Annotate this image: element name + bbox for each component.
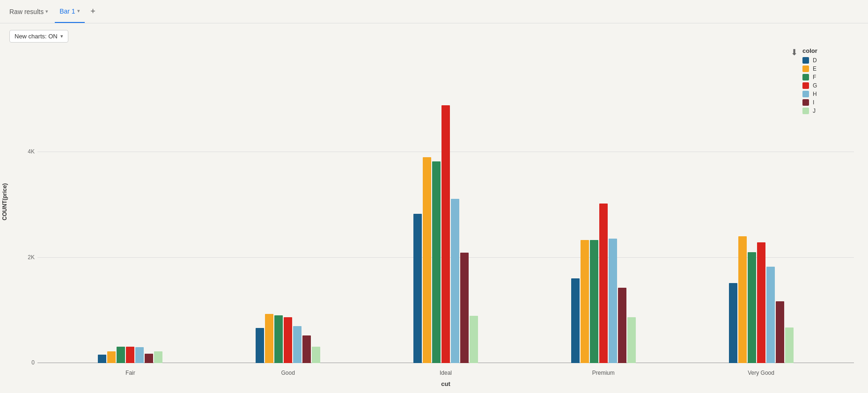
legend-item: H [802,91,859,97]
legend-item: I [802,99,859,106]
legend-swatch [802,74,809,80]
tab-add-button[interactable]: + [87,5,100,18]
chart-container: ⬇ COUNT(price) 02K4KFairGoodIdealPremium… [9,47,859,386]
x-tick-label: Fair [125,370,135,376]
bar-group: Very Good [682,236,840,363]
bar [460,253,469,363]
bar-group: Premium [524,204,682,363]
bar [618,288,626,363]
chart-inner: 02K4KFairGoodIdealPremiumVery Goodcut [37,47,854,363]
legend-label: D [813,57,817,64]
bar [432,161,441,363]
legend-label: I [813,99,814,106]
bar [423,157,431,363]
bar [265,314,273,363]
bar [571,278,580,363]
bar [738,236,747,363]
x-tick-label: Ideal [440,370,452,376]
legend-item: F [802,74,859,80]
bar [284,317,292,363]
bar [776,301,784,363]
bar [302,335,311,363]
bar [413,214,422,363]
bar [135,347,144,363]
bar [729,283,737,363]
legend-item: G [802,82,859,89]
bar [145,354,153,363]
y-tick-label: 0 [31,359,35,366]
new-charts-label: New charts: ON [15,33,58,40]
new-charts-button[interactable]: New charts: ON ▾ [9,30,68,43]
legend-label: F [813,74,816,80]
tab-bar1-chevron: ▾ [77,8,80,14]
legend-swatch [802,108,809,114]
bar [748,252,756,363]
bar-group: Ideal [367,105,525,363]
legend-label: H [813,91,817,97]
new-charts-chevron: ▾ [60,33,63,39]
legend-swatch [802,82,809,89]
bars-area: FairGoodIdealPremiumVery Good [37,47,854,363]
bar [117,347,125,363]
bar-group: Good [209,314,367,363]
legend-swatch [802,91,809,97]
legend-label: E [813,66,817,72]
bar [757,242,765,363]
legend-title: color [802,47,859,54]
bar [312,347,320,363]
bar [766,267,775,363]
bar [126,347,134,363]
tab-raw-results-label: Raw results [9,8,44,15]
x-tick-label: Good [281,370,295,376]
bar [785,328,794,363]
bar [451,199,459,363]
bar [581,240,589,363]
bar [599,204,608,363]
tab-raw-results[interactable]: Raw results ▾ [5,0,53,23]
chart-area: COUNT(price) 02K4KFairGoodIdealPremiumVe… [9,47,859,386]
y-tick-label: 2K [28,254,35,261]
legend-item: E [802,66,859,72]
x-axis-title: cut [441,380,450,387]
bar-group: Fair [51,347,209,363]
bar [470,316,478,363]
legend-label: G [813,82,817,89]
bar [441,105,450,363]
tab-bar1[interactable]: Bar 1 ▾ [55,0,84,23]
main-content: New charts: ON ▾ ⬇ COUNT(price) 02K4KFai… [0,23,868,393]
legend-label: J [813,108,816,114]
legend-item: D [802,57,859,64]
legend: color DEFGHIJ [802,47,859,116]
bar [256,328,264,363]
y-axis-label: COUNT(price) [1,183,8,220]
tab-raw-results-chevron: ▾ [45,8,48,15]
x-tick-label: Very Good [748,370,774,376]
bar [609,239,617,363]
legend-swatch [802,99,809,106]
bar [154,351,162,363]
tab-bar: Raw results ▾ Bar 1 ▾ + [0,0,868,23]
bar [107,351,116,363]
y-tick-label: 4K [28,148,35,155]
legend-swatch [802,57,809,64]
toolbar: New charts: ON ▾ [9,30,859,43]
bar [293,326,302,363]
legend-item: J [802,108,859,114]
x-tick-label: Premium [592,370,615,376]
bar [590,240,598,363]
bar [627,317,636,363]
bar [274,315,283,363]
bar [98,355,106,363]
tab-bar1-label: Bar 1 [59,7,75,15]
legend-swatch [802,66,809,72]
